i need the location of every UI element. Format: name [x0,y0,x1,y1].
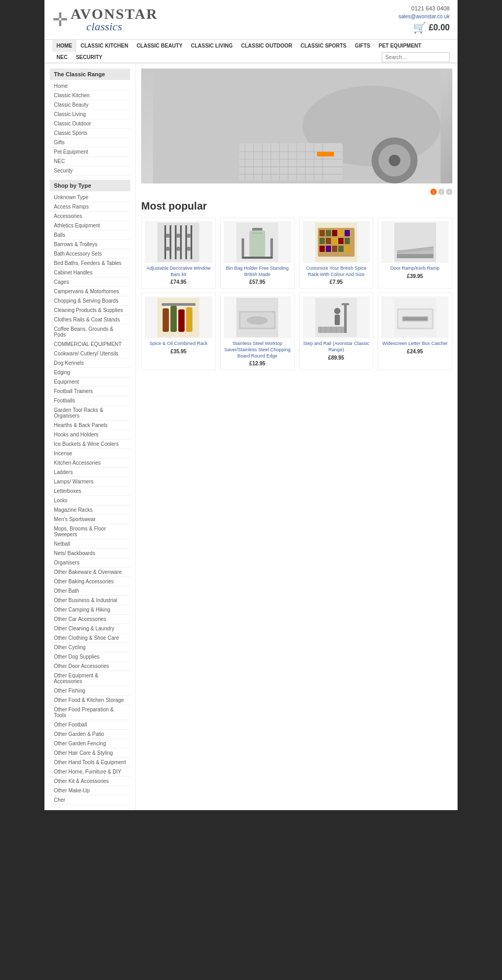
sidebar-item-commercial[interactable]: COMMERCIAL EQUIPMENT [50,340,130,349]
product-name-3[interactable]: Customize Your British Spice Rack With C… [303,266,370,278]
sidebar-item-cleaning[interactable]: Cleaning Products & Supplies [50,306,130,315]
sidebar-item-security[interactable]: Security [50,166,130,176]
product-name-8[interactable]: Widescreen Letter Box Catcher [381,341,449,347]
sidebar-item-other-equipment[interactable]: Other Equipment & Accessories [50,671,130,686]
sidebar-item-other-garden-fencing[interactable]: Other Garden Fencing [50,739,130,748]
sidebar-item-locks[interactable]: Locks [50,496,130,505]
product-name-6[interactable]: Stainless Steel Worktop Saver/Stainless … [224,341,291,359]
sidebar-item-pet-equipment[interactable]: Pet Equipment [50,147,130,157]
sidebar-item-unknown-type[interactable]: Unknown Type [50,193,130,202]
sidebar-item-other-business[interactable]: Other Business & Industrial [50,596,130,605]
product-name-1[interactable]: Adjustable Decorative Window Bars kit [145,266,212,278]
sidebar-item-other-football[interactable]: Other Football [50,720,130,730]
sidebar-item-other-cycling[interactable]: Other Cycling [50,643,130,652]
sidebar-item-other-car[interactable]: Other Car Accessories [50,615,130,624]
sidebar-item-other-hair[interactable]: Other Hair Care & Styling [50,748,130,758]
sidebar-item-coffee[interactable]: Coffee Beans, Grounds & Pods [50,325,130,340]
sidebar-item-other-food-prep[interactable]: Other Food Preparation & Tools [50,705,130,720]
sidebar-item-incense[interactable]: Incense [50,449,130,458]
product-name-7[interactable]: Step and Rail (Avonstar Classic Range) [303,341,370,353]
pagination-dot-2[interactable]: 2 [438,189,444,195]
sidebar-item-home[interactable]: Home [50,82,130,91]
sidebar-item-bird-baths[interactable]: Bird Baths, Feeders & Tables [50,259,130,268]
header: ✛ AVONSTAR classics 0121 643 0408 sales@… [44,0,458,40]
sidebar-item-mens-sportswear[interactable]: Men's Sportswear [50,515,130,524]
sidebar-item-letterboxes[interactable]: Letterboxes [50,487,130,496]
product-name-5[interactable]: Spice & Oil Combined Rack [145,341,212,347]
sidebar-item-barrows[interactable]: Barrows & Trolleys [50,240,130,249]
sidebar-item-other-home[interactable]: Other Home, Furniture & DIY [50,767,130,777]
sidebar-item-classic-outdoor[interactable]: Classic Outdoor [50,119,130,129]
sidebar-item-other-clothing[interactable]: Other Clothing & Shoe Care [50,633,130,643]
sidebar-item-cher[interactable]: Cher [50,795,130,805]
sidebar-item-netball[interactable]: Netball [50,539,130,549]
product-name-4[interactable]: Door Ramp/Kerb Ramp [381,266,449,272]
sidebar-item-other-garden[interactable]: Other Garden & Patio [50,730,130,739]
sidebar-item-organisers[interactable]: Organisers [50,558,130,568]
sidebar-item-campervans[interactable]: Campervans & Motorhomes [50,287,130,296]
nav-classic-beauty[interactable]: CLASSIC BEAUTY [132,40,187,52]
sidebar-item-cabinet-handles[interactable]: Cabinet Handles [50,268,130,278]
sidebar-item-chopping-boards[interactable]: Chopping & Serving Boards [50,296,130,306]
sidebar-item-other-kit[interactable]: Other Kit & Accessories [50,777,130,786]
sidebar-item-garden-tools[interactable]: Garden Tool Racks & Organisers [50,406,130,421]
sidebar-item-other-cleaning[interactable]: Other Cleaning & Laundry [50,624,130,633]
sidebar-item-other-fishing[interactable]: Other Fishing [50,686,130,696]
sidebar-item-equipment[interactable]: Equipment [50,377,130,387]
sidebar-item-other-hand-tools[interactable]: Other Hand Tools & Equipment [50,758,130,767]
sidebar-item-accessories[interactable]: Accessories [50,212,130,221]
sidebar-item-ladders[interactable]: Ladders [50,468,130,477]
sidebar-item-classic-beauty[interactable]: Classic Beauty [50,100,130,110]
nav-classic-kitchen[interactable]: CLASSIC KITCHEN [76,40,132,52]
sidebar-item-clothes-rails[interactable]: Clothes Rails & Coat Stands [50,315,130,325]
sidebar-item-other-door[interactable]: Other Door Accessories [50,662,130,671]
sidebar-item-hearths[interactable]: Hearths & Back Panels [50,421,130,430]
sidebar-item-ice-buckets[interactable]: Ice Buckets & Wine Coolers [50,440,130,449]
sidebar-item-other-makeup[interactable]: Other Make-Up [50,786,130,795]
nav-home[interactable]: HOME [52,40,76,52]
sidebar-item-gifts[interactable]: Gifts [50,138,130,147]
sidebar-item-other-food-storage[interactable]: Other Food & Kitchen Storage [50,696,130,705]
product-name-2[interactable]: Bin Bag Holder Free Standing British Mad… [224,266,291,278]
sidebar-item-nets[interactable]: Nets/ Backboards [50,549,130,558]
sidebar-item-footballs[interactable]: Footballs [50,396,130,406]
sidebar-item-lamps[interactable]: Lamps/ Warmers [50,477,130,487]
sidebar-item-classic-living[interactable]: Classic Living [50,110,130,119]
sidebar-item-mops[interactable]: Mops, Brooms & Floor Sweepers [50,524,130,539]
sidebar-item-athletics[interactable]: Athletics Equipment [50,221,130,230]
sidebar-item-bath-sets[interactable]: Bath Accessory Sets [50,249,130,259]
phone-number: 0121 643 0408 [412,5,450,11]
sidebar-item-classic-sports[interactable]: Classic Sports [50,129,130,138]
sidebar-item-other-baking[interactable]: Other Baking Accessories [50,577,130,586]
sidebar-item-football-trainers[interactable]: Football Trainers [50,387,130,396]
cart-area[interactable]: 🛒 £0.00 [413,21,450,34]
sidebar-item-hooks[interactable]: Hooks and Holders [50,430,130,440]
sidebar-item-magazine-racks[interactable]: Magazine Racks [50,505,130,515]
sidebar-item-dog-kennels[interactable]: Dog Kennels [50,359,130,368]
svg-rect-44 [326,230,331,236]
nav-classic-sports[interactable]: CLASSIC SPORTS [296,40,351,52]
sidebar-item-access-ramps[interactable]: Access Ramps [50,202,130,212]
nav-pet-equipment[interactable]: PET EQUIPMENT [374,40,426,52]
pagination-dot-3[interactable]: 3 [446,189,452,195]
pagination-dot-1[interactable]: 1 [430,189,437,195]
sidebar-item-cages[interactable]: Cages [50,278,130,287]
svg-rect-21 [157,223,199,262]
sidebar-item-other-bakeware[interactable]: Other Bakeware & Ovenware [50,568,130,577]
sidebar-item-classic-kitchen[interactable]: Classic Kitchen [50,91,130,100]
nav-security[interactable]: SECURITY [72,52,107,63]
sidebar-item-cookware[interactable]: Cookware/ Cutlery/ Utensils [50,349,130,359]
nav-gifts[interactable]: GIFTS [351,40,374,52]
nav-classic-outdoor[interactable]: CLASSIC OUTDOOR [237,40,296,52]
sidebar-item-other-bath[interactable]: Other Bath [50,586,130,596]
sidebar-item-edging[interactable]: Edging [50,368,130,377]
sidebar-item-kitchen-accessories[interactable]: Kitchen Accessories [50,458,130,468]
sidebar-item-other-dog[interactable]: Other Dog Supplies [50,652,130,662]
sidebar-item-nec[interactable]: NEC [50,157,130,166]
sidebar-item-other-camping[interactable]: Other Camping & Hiking [50,605,130,615]
sidebar-item-balls[interactable]: Balls [50,230,130,240]
nav-classic-living[interactable]: CLASSIC LIVING [187,40,237,52]
search-box[interactable] [382,52,450,62]
nav-nec[interactable]: NEC [52,52,72,63]
search-input[interactable] [382,52,450,62]
